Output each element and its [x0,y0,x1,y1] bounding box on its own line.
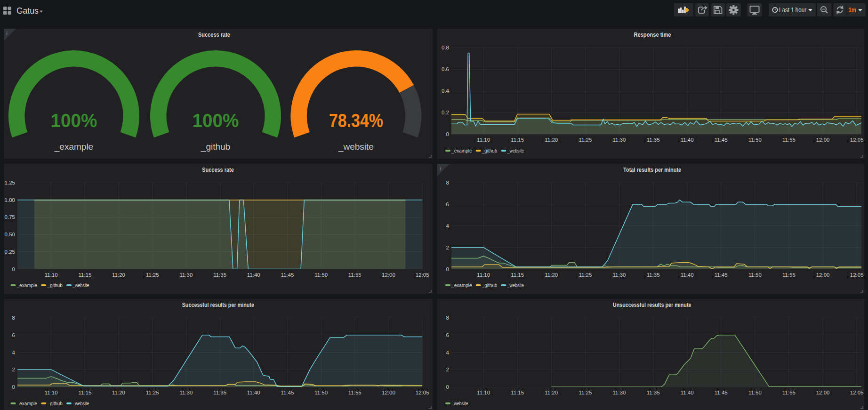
svg-text:11:20: 11:20 [545,137,558,143]
svg-text:12:05: 12:05 [850,272,864,278]
svg-text:11:25: 11:25 [146,390,159,395]
svg-text:Success rate: Success rate [198,31,230,38]
svg-text:2: 2 [446,245,449,250]
svg-text:0: 0 [446,384,449,390]
svg-text:11:45: 11:45 [715,137,728,143]
svg-text:100%: 100% [193,110,239,131]
svg-text:0.6: 0.6 [442,66,449,72]
svg-text:4: 4 [446,350,450,355]
svg-text:_website: _website [338,142,374,152]
svg-text:0.25: 0.25 [5,249,15,255]
svg-text:Gatus: Gatus [16,6,39,16]
svg-text:11:30: 11:30 [179,390,193,395]
svg-text:11:30: 11:30 [613,272,626,278]
svg-text:11:35: 11:35 [213,272,226,278]
svg-text:4: 4 [12,350,16,355]
svg-text:11:40: 11:40 [247,390,260,395]
svg-text:11:25: 11:25 [579,137,592,143]
svg-text:_github: _github [47,401,63,406]
svg-text:_example: _example [451,148,472,153]
svg-text:11:35: 11:35 [647,390,660,395]
svg-text:11:15: 11:15 [511,390,524,395]
svg-text:11:55: 11:55 [782,137,796,143]
svg-text:0: 0 [12,266,15,272]
svg-text:78.34%: 78.34% [329,110,383,131]
svg-text:12:05: 12:05 [850,137,864,143]
svg-text:_github: _github [47,282,63,288]
svg-text:0.4: 0.4 [442,88,450,94]
svg-text:12:05: 12:05 [416,390,429,395]
svg-text:_example: _example [16,282,37,288]
svg-text:11:55: 11:55 [782,272,796,278]
svg-text:0.50: 0.50 [5,232,15,237]
svg-text:8: 8 [12,315,15,321]
svg-text:12:00: 12:00 [816,137,830,143]
svg-text:11:40: 11:40 [247,272,260,278]
svg-text:0.8: 0.8 [442,45,449,50]
svg-text:6: 6 [12,332,15,338]
svg-text:11:15: 11:15 [78,390,91,395]
svg-text:0.75: 0.75 [5,214,15,220]
svg-text:8: 8 [446,180,449,185]
svg-text:11:15: 11:15 [511,272,524,278]
svg-text:11:30: 11:30 [613,137,626,143]
svg-text:11:10: 11:10 [477,137,490,143]
svg-text:11:50: 11:50 [748,137,762,143]
svg-text:11:40: 11:40 [681,390,694,395]
svg-text:11:35: 11:35 [647,272,660,278]
svg-text:4: 4 [446,223,450,229]
svg-text:_example: _example [16,401,37,406]
svg-text:_github: _github [482,148,497,153]
svg-text:11:20: 11:20 [545,390,558,395]
svg-text:11:25: 11:25 [579,272,592,278]
svg-text:6: 6 [446,201,449,207]
svg-text:1.00: 1.00 [5,197,15,203]
svg-text:1.25: 1.25 [5,180,15,185]
svg-text:Response time: Response time [634,31,671,38]
svg-text:Success rate: Success rate [202,166,234,173]
svg-text:11:20: 11:20 [545,272,558,278]
svg-text:11:45: 11:45 [715,390,728,395]
svg-text:11:10: 11:10 [477,272,490,278]
svg-text:2: 2 [446,367,449,372]
svg-text:11:25: 11:25 [579,390,592,395]
svg-text:11:50: 11:50 [748,272,762,278]
svg-text:Successful results per minute: Successful results per minute [182,301,255,308]
svg-text:11:45: 11:45 [281,272,294,278]
svg-text:_example: _example [54,142,93,152]
svg-text:11:20: 11:20 [112,272,125,278]
svg-text:12:00: 12:00 [382,272,395,278]
svg-text:0: 0 [446,266,449,272]
svg-text:12:05: 12:05 [416,272,429,278]
svg-text:100%: 100% [51,110,97,131]
svg-text:11:55: 11:55 [348,272,362,278]
svg-text:11:50: 11:50 [314,272,328,278]
svg-text:0: 0 [446,131,449,137]
svg-text:_github: _github [201,142,230,152]
svg-text:_website: _website [72,282,89,288]
svg-text:2: 2 [12,367,15,372]
svg-text:11:30: 11:30 [179,272,193,278]
svg-text:12:00: 12:00 [816,272,830,278]
svg-text:8: 8 [446,315,449,321]
svg-text:12:00: 12:00 [382,390,395,395]
svg-text:_website: _website [72,401,89,406]
svg-text:11:10: 11:10 [45,272,58,278]
svg-text:11:40: 11:40 [681,272,694,278]
svg-text:12:05: 12:05 [850,390,864,395]
svg-text:Last 1 hour: Last 1 hour [779,6,806,14]
svg-text:11:25: 11:25 [146,272,159,278]
svg-text:11:20: 11:20 [112,390,125,395]
svg-text:11:55: 11:55 [782,390,796,395]
svg-text:_github: _github [482,282,497,288]
svg-text:11:35: 11:35 [647,137,660,143]
svg-text:11:15: 11:15 [78,272,91,278]
svg-text:0.2: 0.2 [442,110,449,115]
svg-text:11:35: 11:35 [213,390,226,395]
svg-text:11:10: 11:10 [477,390,490,395]
svg-text:11:45: 11:45 [715,272,728,278]
svg-text:0: 0 [12,384,15,390]
svg-text:11:10: 11:10 [45,390,58,395]
svg-text:11:55: 11:55 [348,390,362,395]
svg-text:6: 6 [446,332,449,338]
